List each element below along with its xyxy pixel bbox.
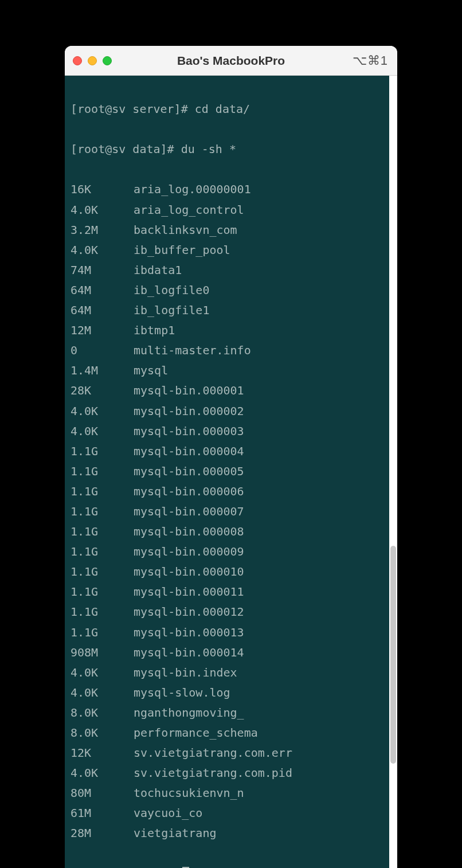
file-size: 1.1G [71, 441, 134, 462]
file-name: mysql-bin.000003 [134, 421, 383, 441]
du-row: 1.1Gmysql-bin.000013 [71, 623, 383, 643]
file-name: mysql-bin.000004 [134, 441, 383, 462]
du-row: 1.1Gmysql-bin.000009 [71, 542, 383, 562]
du-row: 1.1Gmysql-bin.000007 [71, 502, 383, 522]
zoom-icon[interactable] [103, 56, 112, 65]
close-icon[interactable] [73, 56, 82, 65]
file-name: ib_buffer_pool [134, 240, 383, 260]
du-row: 12Ksv.vietgiatrang.com.err [71, 743, 383, 763]
file-size: 16K [71, 179, 134, 200]
du-row: 1.1Gmysql-bin.000011 [71, 582, 383, 602]
du-row: 1.1Gmysql-bin.000005 [71, 462, 383, 482]
file-name: ib_logfile0 [134, 280, 383, 300]
file-size: 64M [71, 280, 134, 300]
du-row: 4.0Kmysql-bin.000003 [71, 421, 383, 441]
file-size: 1.1G [71, 602, 134, 622]
du-row: 28Kmysql-bin.000001 [71, 381, 383, 401]
terminal-window: Bao's MacbookPro ⌥⌘1 [root@sv server]# c… [65, 46, 397, 868]
file-size: 28M [71, 823, 134, 843]
du-row: 16Karia_log.00000001 [71, 179, 383, 200]
file-name: nganthongmoving_ [134, 703, 383, 723]
file-size: 0 [71, 341, 134, 361]
file-size: 4.0K [71, 663, 134, 683]
file-name: ib_logfile1 [134, 300, 383, 320]
terminal-body[interactable]: [root@sv server]# cd data/ [root@sv data… [65, 76, 389, 868]
file-size: 1.1G [71, 623, 134, 643]
du-row: 1.1Gmysql-bin.000010 [71, 562, 383, 582]
file-name: vietgiatrang [134, 823, 383, 843]
file-size: 4.0K [71, 683, 134, 703]
terminal-wrap: [root@sv server]# cd data/ [root@sv data… [65, 76, 397, 868]
file-name: mysql-bin.000014 [134, 643, 383, 663]
file-size: 64M [71, 300, 134, 320]
file-size: 1.1G [71, 542, 134, 562]
du-row: 4.0Kmysql-bin.000002 [71, 401, 383, 421]
file-size: 61M [71, 803, 134, 823]
du-row: 80Mtochucsukienvn_n [71, 783, 383, 803]
file-size: 3.2M [71, 220, 134, 240]
file-size: 12K [71, 743, 134, 763]
file-name: mysql-bin.000002 [134, 401, 383, 421]
du-row: 4.0Kmysql-slow.log [71, 683, 383, 703]
file-name: sv.vietgiatrang.com.pid [134, 763, 383, 783]
traffic-lights [73, 56, 112, 65]
file-size: 4.0K [71, 240, 134, 260]
file-name: vaycuoi_co [134, 803, 383, 823]
file-name: aria_log.00000001 [134, 179, 383, 200]
file-name: mysql [134, 361, 383, 381]
du-row: 4.0Ksv.vietgiatrang.com.pid [71, 763, 383, 783]
du-row: 4.0Kmysql-bin.index [71, 663, 383, 683]
window-shortcut: ⌥⌘1 [353, 53, 388, 68]
file-size: 4.0K [71, 200, 134, 220]
file-name: mysql-bin.000005 [134, 462, 383, 482]
file-name: mysql-bin.000006 [134, 482, 383, 502]
file-size: 1.1G [71, 462, 134, 482]
file-name: ibtmp1 [134, 320, 383, 341]
file-size: 4.0K [71, 421, 134, 441]
file-name: performance_schema [134, 723, 383, 743]
file-size: 28K [71, 381, 134, 401]
file-name: mysql-bin.000001 [134, 381, 383, 401]
file-size: 74M [71, 260, 134, 280]
du-row: 74Mibdata1 [71, 260, 383, 280]
du-row: 4.0Karia_log_control [71, 200, 383, 220]
du-row: 64Mib_logfile0 [71, 280, 383, 300]
file-name: tochucsukienvn_n [134, 783, 383, 803]
du-row: 28Mvietgiatrang [71, 823, 383, 843]
file-size: 8.0K [71, 723, 134, 743]
window-title: Bao's MacbookPro [177, 54, 285, 68]
du-row: 1.4Mmysql [71, 361, 383, 381]
du-row: 1.1Gmysql-bin.000006 [71, 482, 383, 502]
prompt-line: [root@sv data]# du -sh * [71, 139, 383, 159]
file-size: 908M [71, 643, 134, 663]
scrollbar-thumb[interactable] [390, 546, 396, 764]
file-size: 80M [71, 783, 134, 803]
file-size: 1.1G [71, 582, 134, 602]
file-name: mysql-bin.000011 [134, 582, 383, 602]
du-row: 61Mvaycuoi_co [71, 803, 383, 823]
du-row: 8.0Knganthongmoving_ [71, 703, 383, 723]
file-size: 8.0K [71, 703, 134, 723]
du-row: 4.0Kib_buffer_pool [71, 240, 383, 260]
minimize-icon[interactable] [88, 56, 97, 65]
file-name: mysql-bin.000010 [134, 562, 383, 582]
file-name: sv.vietgiatrang.com.err [134, 743, 383, 763]
du-row: 8.0Kperformance_schema [71, 723, 383, 743]
du-row: 3.2Mbacklinksvn_com [71, 220, 383, 240]
file-size: 1.1G [71, 502, 134, 522]
file-size: 4.0K [71, 401, 134, 421]
titlebar[interactable]: Bao's MacbookPro ⌥⌘1 [65, 46, 397, 76]
file-name: mysql-bin.000008 [134, 522, 383, 542]
file-name: mysql-bin.000009 [134, 542, 383, 562]
file-name: aria_log_control [134, 200, 383, 220]
du-row: 1.1Gmysql-bin.000004 [71, 441, 383, 462]
file-size: 4.0K [71, 763, 134, 783]
file-name: ibdata1 [134, 260, 383, 280]
file-name: mysql-slow.log [134, 683, 383, 703]
prompt-line: [root@sv data]# [71, 864, 383, 868]
file-name: backlinksvn_com [134, 220, 383, 240]
file-name: mysql-bin.000013 [134, 623, 383, 643]
file-size: 1.1G [71, 482, 134, 502]
file-size: 1.1G [71, 522, 134, 542]
du-output: 16Karia_log.000000014.0Karia_log_control… [71, 179, 383, 843]
